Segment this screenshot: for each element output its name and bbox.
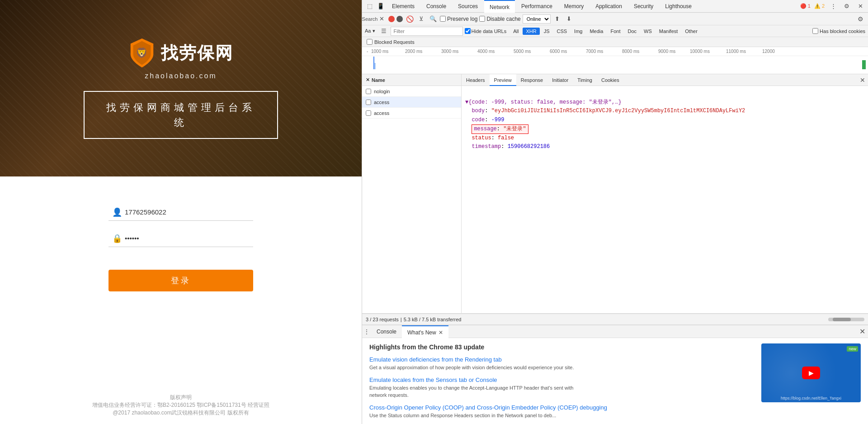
waterfall-bar-2	[375, 63, 375, 69]
disable-cache-checkbox[interactable]	[479, 16, 485, 22]
json-message-highlighted: message: "未登录"	[472, 124, 528, 134]
close-search-button[interactable]: ✕	[377, 14, 387, 24]
filter-tag-js[interactable]: JS	[541, 28, 553, 35]
bottom-panel-menu[interactable]: ⋮	[362, 325, 371, 338]
whats-new-content: Highlights from the Chrome 83 update Emu…	[362, 338, 868, 424]
close-panel-button[interactable]: ✕	[366, 77, 370, 83]
login-button[interactable]: 登录	[108, 270, 253, 291]
filter-input[interactable]	[391, 27, 463, 36]
filter-tag-img[interactable]: Img	[571, 28, 585, 35]
network-throttle-select[interactable]: Online	[523, 14, 551, 24]
filter-tag-other[interactable]: Other	[682, 28, 701, 35]
import-button[interactable]: ⬆	[552, 14, 562, 24]
search-button[interactable]: Search	[365, 14, 375, 24]
tab-application[interactable]: Application	[590, 0, 627, 13]
timeline-label-10: 10000 ms	[690, 49, 710, 54]
row-checkbox-0[interactable]	[366, 89, 371, 94]
font-size-selector[interactable]: Aa ▾	[365, 28, 375, 34]
tab-memory[interactable]: Memory	[559, 0, 589, 13]
devtools-more-icon[interactable]: ⋮	[828, 1, 838, 11]
youtube-play-button[interactable]	[802, 367, 820, 379]
network-toolbar: Search ✕ 🚫 ⊻ 🔍 Preserve log Disable cach…	[362, 13, 868, 25]
timeline-bars	[362, 56, 868, 74]
has-blocked-cookies-label[interactable]: Has blocked cookies	[812, 28, 865, 34]
timeline-label-11: 11000 ms	[726, 49, 746, 54]
devtools-inspect-icon[interactable]: ⬚	[365, 1, 375, 11]
username-input[interactable]	[108, 204, 253, 221]
bottom-tab-console[interactable]: Console	[371, 325, 402, 338]
footer-copyright: 版权声明	[9, 394, 353, 401]
preserve-log-checkbox[interactable]	[440, 16, 446, 22]
tab-security[interactable]: Security	[628, 0, 659, 13]
feature-link-2[interactable]: Cross-Origin Opener Policy (COOP) and Cr…	[369, 404, 756, 411]
tab-console[interactable]: Console	[421, 0, 452, 13]
filter-tag-doc[interactable]: Doc	[624, 28, 640, 35]
search-icon: Search	[362, 16, 378, 22]
filter-tag-all[interactable]: All	[510, 28, 522, 35]
filter-toggle-button[interactable]: ☰	[379, 26, 389, 36]
disable-cache-label[interactable]: Disable cache	[479, 16, 520, 22]
timeline-label-9: 9000 ms	[658, 49, 675, 54]
error-badge: 🔴 1	[800, 3, 811, 9]
filter-icon[interactable]: ⊻	[416, 14, 426, 24]
status-bar: 3 / 23 requests | 5.3 kB / 7.5 kB transf…	[362, 314, 868, 324]
blocked-requests-label: Blocked Requests	[374, 39, 415, 45]
detail-tab-preview[interactable]: Preview	[490, 74, 516, 86]
user-icon: 👤	[112, 207, 122, 217]
json-body-key: body	[472, 108, 485, 114]
name-row-0[interactable]: nologin	[362, 86, 461, 97]
login-page: 🦁 找劳保网 zhaolaobao.com 找劳保网商城管理后台系统 👤 🔒 登…	[0, 0, 362, 424]
close-detail-button[interactable]: ✕	[860, 76, 865, 84]
filter-tag-font[interactable]: Font	[607, 28, 623, 35]
row-checkbox-2[interactable]	[366, 110, 371, 116]
detail-tab-timing[interactable]: Timing	[573, 74, 597, 86]
detail-tab-headers[interactable]: Headers	[462, 74, 490, 86]
feature-link-0[interactable]: Emulate vision deficiencies from the Ren…	[369, 356, 756, 363]
system-title: 找劳保网商城管理后台系统	[106, 102, 255, 128]
filter-tag-manifest[interactable]: Manifest	[656, 28, 681, 35]
record-button[interactable]	[388, 16, 395, 22]
logo-text: 找劳保网	[161, 42, 233, 65]
detail-tab-initiator[interactable]: Initiator	[547, 74, 573, 86]
timeline-label-0: -	[367, 49, 368, 54]
name-row-2[interactable]: access	[362, 108, 461, 119]
row-checkbox-1[interactable]	[366, 100, 371, 105]
detail-tab-cookies[interactable]: Cookies	[597, 74, 624, 86]
blocked-requests-checkbox[interactable]	[367, 39, 373, 45]
network-settings-button[interactable]: ⚙	[855, 14, 865, 24]
devtools-device-icon[interactable]: 📱	[376, 1, 386, 11]
has-blocked-cookies-checkbox[interactable]	[812, 28, 818, 34]
devtools-close-icon[interactable]: ✕	[855, 1, 865, 11]
export-button[interactable]: ⬇	[564, 14, 574, 24]
password-input[interactable]	[108, 230, 253, 247]
devtools-settings-icon[interactable]: ⚙	[842, 1, 852, 11]
tab-network[interactable]: Network	[484, 0, 515, 13]
whats-new-close-button[interactable]: ✕	[439, 329, 443, 336]
filter-tag-css[interactable]: CSS	[553, 28, 570, 35]
json-status-key: status	[472, 135, 491, 141]
search-toggle-button[interactable]: 🔍	[428, 14, 438, 24]
stop-button[interactable]	[396, 16, 403, 22]
feature-link-1[interactable]: Emulate locales from the Sensors tab or …	[369, 376, 756, 383]
bottom-tab-whats-new[interactable]: What's New ✕	[402, 325, 448, 338]
preserve-log-label[interactable]: Preserve log	[440, 16, 477, 22]
filter-tag-xhr[interactable]: XHR	[523, 28, 539, 35]
filter-tag-ws[interactable]: WS	[641, 28, 655, 35]
horizontal-scrollbar-thumb[interactable]	[833, 318, 851, 321]
clear-button[interactable]: 🚫	[405, 14, 415, 24]
detail-tab-response[interactable]: Response	[516, 74, 548, 86]
name-row-1[interactable]: access	[362, 97, 461, 108]
tab-sources[interactable]: Sources	[453, 0, 483, 13]
hide-data-urls-label[interactable]: Hide data URLs	[465, 28, 507, 34]
filter-tag-media[interactable]: Media	[586, 28, 606, 35]
tab-performance[interactable]: Performance	[516, 0, 558, 13]
bottom-panel: ⋮ Console What's New ✕ ✕ Highlights from…	[362, 324, 868, 424]
hide-data-urls-checkbox[interactable]	[465, 28, 471, 34]
devtools-topbar: ⬚ 📱 Elements Console Sources Network Per…	[362, 0, 868, 13]
username-group: 👤	[108, 204, 253, 221]
tab-elements[interactable]: Elements	[387, 0, 420, 13]
form-section: 👤 🔒 登录	[0, 176, 362, 385]
close-bottom-panel-button[interactable]: ✕	[859, 327, 865, 336]
json-code-key: code	[472, 117, 485, 123]
tab-lighthouse[interactable]: Lighthouse	[660, 0, 697, 13]
